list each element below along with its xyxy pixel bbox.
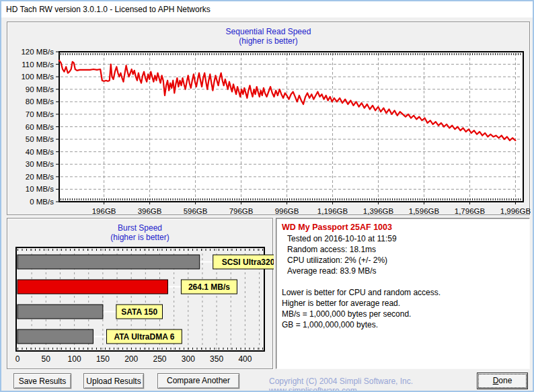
svg-text:0: 0	[15, 354, 20, 364]
svg-text:30 MB/s: 30 MB/s	[26, 160, 54, 168]
done-button[interactable]: Done	[477, 373, 528, 389]
svg-text:396GB: 396GB	[138, 207, 162, 215]
svg-text:596GB: 596GB	[184, 207, 208, 215]
svg-text:SCSI Ultra320: SCSI Ultra320	[222, 258, 274, 267]
drive-name: WD My Passport 25AF 1003	[282, 222, 524, 233]
done-label: Done	[479, 375, 526, 387]
svg-text:1,596GB: 1,596GB	[409, 207, 440, 215]
svg-text:90 MB/s: 90 MB/s	[26, 85, 54, 93]
svg-text:796GB: 796GB	[229, 207, 254, 215]
save-results-label: Save Results	[19, 377, 67, 386]
svg-text:350: 350	[210, 354, 223, 364]
svg-text:100 MB/s: 100 MB/s	[21, 73, 54, 81]
upload-results-label: Upload Results	[86, 377, 141, 386]
svg-text:196GB: 196GB	[92, 207, 116, 215]
svg-text:1,996GB: 1,996GB	[500, 207, 531, 215]
svg-text:10 MB/s: 10 MB/s	[26, 185, 54, 193]
svg-text:250: 250	[153, 354, 166, 364]
svg-text:40 MB/s: 40 MB/s	[26, 148, 54, 156]
drive-info-panel: WD My Passport 25AF 1003 Tested on 2016-…	[276, 218, 530, 369]
svg-text:996GB: 996GB	[275, 207, 299, 215]
svg-text:20 MB/s: 20 MB/s	[26, 173, 54, 181]
svg-text:100: 100	[68, 354, 81, 364]
sequential-chart-title: Sequential Read Speed (higher is better)	[7, 22, 529, 46]
burst-chart-title: Burst Speed (higher is better)	[7, 219, 272, 242]
burst-speed-panel: Burst Speed (higher is better) SCSI Ultr…	[7, 218, 273, 369]
upload-results-button[interactable]: Upload Results	[83, 373, 144, 389]
window-title: HD Tach RW version 3.0.1.0 - Licensed to…	[1, 1, 533, 17]
sequential-chart-title-line2: (higher is better)	[7, 36, 529, 46]
note-gb-definition: GB = 1,000,000,000 bytes.	[282, 319, 524, 330]
svg-text:200: 200	[124, 354, 138, 364]
svg-text:150: 150	[96, 354, 110, 364]
note-mbs-definition: MB/s = 1,000,000 bytes per second.	[282, 309, 524, 319]
hd-tach-window: HD Tach RW version 3.0.1.0 - Licensed to…	[0, 0, 534, 392]
compare-another-drive-button[interactable]: Compare Another Drive	[157, 373, 239, 389]
note-higher-better: Higher is better for average read.	[282, 298, 524, 309]
save-results-button[interactable]: Save Results	[13, 373, 71, 389]
info-notes: Lower is better for CPU and random acces…	[282, 287, 524, 330]
svg-text:70 MB/s: 70 MB/s	[26, 110, 54, 118]
svg-text:120 MB/s: 120 MB/s	[21, 48, 54, 56]
sequential-chart-title-line1: Sequential Read Speed	[7, 27, 529, 36]
burst-speed-chart: SCSI Ultra320264.1 MB/sSATA 150ATA Ultra…	[7, 245, 274, 370]
note-lower-better: Lower is better for CPU and random acces…	[282, 287, 524, 298]
svg-text:80 MB/s: 80 MB/s	[26, 97, 54, 106]
random-access-line: Random access: 18.1ms	[282, 244, 524, 255]
compare-another-drive-label: Compare Another Drive	[167, 376, 230, 392]
sequential-read-chart: 120 MB/s110 MB/s100 MB/s90 MB/s80 MB/s70…	[7, 46, 531, 216]
svg-text:1,796GB: 1,796GB	[455, 207, 486, 215]
average-read-line: Average read: 83.9 MB/s	[282, 266, 524, 276]
svg-text:50: 50	[42, 354, 51, 364]
svg-text:300: 300	[182, 354, 195, 364]
sequential-read-panel: Sequential Read Speed (higher is better)…	[7, 22, 530, 215]
svg-text:SATA 150: SATA 150	[121, 307, 157, 317]
svg-text:0 MB/s: 0 MB/s	[30, 198, 54, 206]
svg-text:110 MB/s: 110 MB/s	[22, 61, 54, 69]
svg-text:400: 400	[238, 354, 252, 364]
svg-text:60 MB/s: 60 MB/s	[26, 123, 54, 131]
cpu-utilization-line: CPU utilization: 2% (+/- 2%)	[282, 255, 524, 266]
svg-text:264.1 MB/s: 264.1 MB/s	[188, 282, 230, 292]
copyright-text: Copyright (C) 2004 Simpli Software, Inc.…	[269, 377, 474, 392]
burst-chart-title-line2: (higher is better)	[7, 233, 272, 242]
svg-text:ATA UltraDMA 6: ATA UltraDMA 6	[114, 332, 174, 342]
svg-text:1,396GB: 1,396GB	[363, 207, 394, 215]
tested-on-line: Tested on 2016-10-10 at 11:59	[282, 233, 524, 244]
svg-text:1,196GB: 1,196GB	[317, 207, 348, 215]
burst-chart-title-line1: Burst Speed	[7, 223, 272, 233]
svg-text:50 MB/s: 50 MB/s	[26, 135, 54, 143]
